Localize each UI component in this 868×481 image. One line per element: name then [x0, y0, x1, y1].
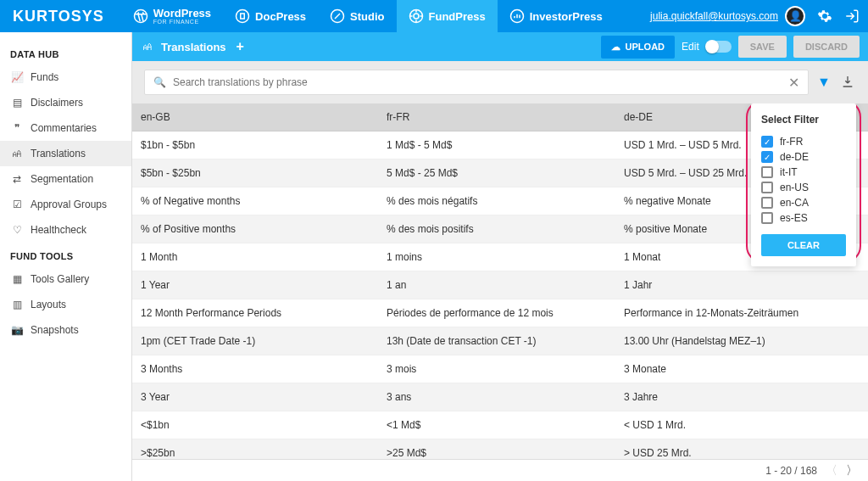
prev-page-button[interactable]: 〈	[826, 463, 837, 478]
nav-label: Studio	[350, 10, 384, 23]
edit-label: Edit	[682, 41, 699, 53]
filter-title: Select Filter	[761, 114, 846, 126]
download-icon[interactable]	[839, 75, 856, 91]
gear-icon[interactable]	[817, 8, 832, 24]
table-row[interactable]: >$25bn>25 Md$> USD 25 Mrd.	[132, 439, 868, 459]
sidebar-item-label: Disclaimers	[31, 97, 83, 109]
sidebar-item-snapshots[interactable]: 📷Snapshots	[0, 317, 131, 343]
cell-de: < USD 1 Mrd.	[615, 411, 868, 439]
checkbox-icon	[761, 197, 773, 209]
camera-icon: 📷	[10, 323, 24, 337]
cell-en: 3 Year	[132, 383, 378, 411]
sidebar-item-label: Healthcheck	[31, 224, 86, 236]
filter-icon[interactable]: ▼	[815, 75, 832, 90]
cell-fr: 1 Md$ - 5 Md$	[378, 131, 615, 159]
layout-icon: ▥	[10, 298, 24, 311]
checkbox-icon: ✓	[761, 136, 773, 148]
table-row[interactable]: 1pm (CET Trade Date -1)13h (Date de tran…	[132, 327, 868, 355]
cell-de: Performance in 12-Monats-Zeiträumen	[615, 299, 868, 327]
column-header-fr[interactable]: fr-FR	[378, 103, 615, 131]
clear-search-icon[interactable]: ✕	[788, 75, 799, 91]
sidebar-item-funds[interactable]: 📈Funds	[0, 64, 131, 90]
filter-option-label: fr-FR	[780, 136, 803, 148]
translate-icon: 🗚	[10, 147, 24, 160]
cell-de: 3 Monate	[615, 355, 868, 383]
checkbox-icon: ✓	[761, 151, 773, 163]
cell-en: 1pm (CET Trade Date -1)	[132, 327, 378, 355]
sidebar-item-label: Snapshots	[31, 324, 79, 336]
nav-wordpress[interactable]: WordPressFOR FINANCE	[121, 0, 223, 32]
approval-icon: ☑	[10, 198, 24, 211]
avatar[interactable]: 👤	[785, 6, 805, 26]
sidebar-item-approval-groups[interactable]: ☑Approval Groups	[0, 192, 131, 217]
save-button[interactable]: SAVE	[738, 36, 787, 58]
checkbox-icon	[761, 166, 773, 178]
cell-de: > USD 25 Mrd.	[615, 439, 868, 459]
svg-point-0	[134, 10, 147, 23]
sidebar-item-commentaries[interactable]: ❞Commentaries	[0, 115, 131, 141]
edit-toggle[interactable]	[706, 41, 732, 53]
sidebar-item-segmentation[interactable]: ⇄Segmentation	[0, 166, 131, 192]
sidebar-item-label: Translations	[31, 148, 86, 159]
sidebar-item-healthcheck[interactable]: ♡Healthcheck	[0, 217, 131, 243]
checkbox-icon	[761, 182, 773, 193]
user-email[interactable]: julia.quickfall@kurtosys.com	[650, 10, 778, 22]
search-input[interactable]	[173, 76, 788, 88]
sidebar-item-translations[interactable]: 🗚Translations	[0, 141, 131, 166]
main: 🗚 Translations + ☁UPLOAD Edit SAVE DISCA…	[132, 32, 868, 481]
cell-en: $5bn - $25bn	[132, 159, 378, 187]
table-row[interactable]: <$1bn<1 Md$< USD 1 Mrd.	[132, 411, 868, 439]
pagination-footer: 1 - 20 / 168 〈 〉	[132, 459, 868, 481]
cell-de: 1 Jahr	[615, 271, 868, 299]
sidebar-item-label: Layouts	[31, 299, 66, 310]
sidebar-item-label: Tools Gallery	[31, 273, 89, 285]
cell-fr: Périodes de performance de 12 mois	[378, 299, 615, 327]
docpress-icon	[235, 8, 250, 24]
filter-option[interactable]: ✓de-DE	[761, 149, 846, 165]
clear-filter-button[interactable]: CLEAR	[761, 234, 846, 256]
translations-table: en-GB fr-FR de-DE $1bn - $5bn1 Md$ - 5 M…	[132, 103, 868, 459]
search-row: 🔍 ✕ ▼	[132, 61, 868, 103]
cell-fr: 3 ans	[378, 383, 615, 411]
search-box[interactable]: 🔍 ✕	[144, 70, 809, 95]
nav-studio[interactable]: Studio	[318, 0, 396, 32]
table-row[interactable]: 3 Year3 ans3 Jahre	[132, 383, 868, 411]
logout-icon[interactable]	[844, 8, 860, 24]
nav-docpress[interactable]: DocPress	[223, 0, 318, 32]
segment-icon: ⇄	[10, 172, 24, 186]
wordpress-icon	[133, 8, 148, 24]
filter-option[interactable]: en-US	[761, 180, 846, 195]
cell-en: <$1bn	[132, 411, 378, 439]
sidebar-item-tools-gallery[interactable]: ▦Tools Gallery	[0, 266, 131, 292]
filter-option[interactable]: en-CA	[761, 195, 846, 210]
filter-option[interactable]: it-IT	[761, 165, 846, 180]
table-row[interactable]: 1 Year1 an1 Jahr	[132, 271, 868, 299]
investorpress-icon	[509, 8, 525, 24]
table-row[interactable]: 3 Months3 mois3 Monate	[132, 355, 868, 383]
table-row[interactable]: 12 Month Performance PeriodsPériodes de …	[132, 299, 868, 327]
cell-de: 3 Jahre	[615, 383, 868, 411]
cell-de: 13.00 Uhr (Handelstag MEZ–1)	[615, 327, 868, 355]
next-page-button[interactable]: 〉	[846, 463, 858, 478]
column-header-en[interactable]: en-GB	[132, 103, 378, 131]
nav-fundpress[interactable]: FundPress	[397, 0, 498, 32]
filter-option[interactable]: ✓fr-FR	[761, 134, 846, 149]
add-button[interactable]: +	[236, 39, 244, 54]
sidebar-item-disclaimers[interactable]: ▤Disclaimers	[0, 90, 131, 115]
filter-option[interactable]: es-ES	[761, 210, 846, 226]
nav-investorpress[interactable]: InvestorPress	[498, 0, 615, 32]
search-icon: 🔍	[153, 76, 166, 88]
cell-fr: 5 Md$ - 25 Md$	[378, 159, 615, 187]
discard-button[interactable]: DISCARD	[793, 36, 860, 58]
filter-option-label: es-ES	[780, 212, 808, 224]
topbar: KURTOSYS WordPressFOR FINANCE DocPress S…	[0, 0, 868, 32]
subheader: 🗚 Translations + ☁UPLOAD Edit SAVE DISCA…	[132, 32, 868, 61]
cell-fr: % des mois positifs	[378, 215, 615, 243]
filter-option-label: en-CA	[780, 197, 809, 209]
upload-button[interactable]: ☁UPLOAD	[601, 36, 675, 59]
sidebar-item-layouts[interactable]: ▥Layouts	[0, 292, 131, 317]
sidebar-item-label: Approval Groups	[31, 199, 107, 210]
svg-point-4	[414, 14, 419, 19]
filter-option-label: en-US	[780, 182, 809, 193]
cloud-upload-icon: ☁	[611, 42, 620, 53]
